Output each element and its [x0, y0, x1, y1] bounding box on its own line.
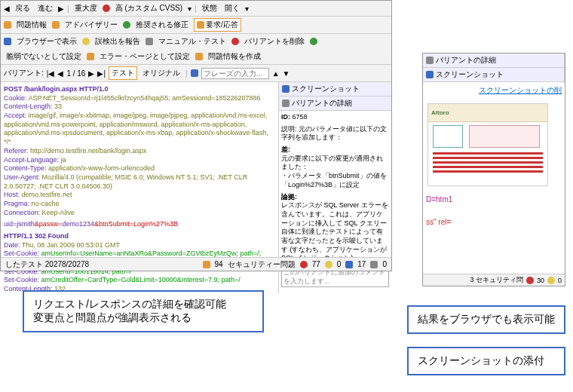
- first-icon[interactable]: |◀: [47, 69, 55, 78]
- last-icon[interactable]: ▶|: [97, 69, 106, 78]
- tab-issue-info[interactable]: 問題情報: [14, 19, 49, 31]
- camera-icon: [426, 71, 434, 78]
- side-tab-screenshot[interactable]: スクリーンショット: [423, 68, 565, 81]
- lock-icon: [4, 21, 11, 29]
- manual-test-button[interactable]: マニュアル・テスト: [156, 35, 228, 47]
- status-label: 状態: [200, 2, 219, 14]
- main-window: ◀ 戻る 進む ▶ | 重大度 高 (カスタム CVSS) ▾ | 状態 開く …: [0, 0, 392, 271]
- search-prev-icon[interactable]: ▲: [272, 69, 280, 78]
- nonvuln-icon: [310, 38, 317, 45]
- toolbar-actions: ブラウザーで表示 誤検出を報告 マニュアル・テスト バリアントを削除 脆弱でない…: [1, 34, 391, 65]
- check-icon: [123, 21, 130, 29]
- tab-variant-detail[interactable]: バリアントの詳細: [279, 96, 391, 111]
- lock-icon: [203, 261, 210, 268]
- thumb-box: [433, 125, 463, 148]
- next-button[interactable]: 進む: [35, 2, 55, 14]
- delete-icon: [231, 38, 239, 45]
- dropdown-icon[interactable]: ▾: [245, 5, 249, 13]
- severity-label: 重大度: [72, 2, 100, 14]
- set-nonvuln-button[interactable]: 脆弱でないとして設定: [4, 51, 84, 63]
- thumb-brand: Altoro: [431, 109, 449, 116]
- tab-advisory[interactable]: アドバイザリー: [63, 19, 120, 31]
- next-icon[interactable]: ▶: [88, 69, 94, 78]
- show-in-browser-button[interactable]: ブラウザーで表示: [14, 35, 79, 47]
- set-errorpage-button[interactable]: エラー・ページとして設定: [97, 51, 192, 63]
- doc-icon: [282, 100, 290, 107]
- side-snippet-1: D=htm1: [426, 194, 562, 205]
- browser-icon: [4, 38, 11, 45]
- thumb-error-box: [469, 125, 540, 148]
- side-text: D=htm1 ss" rel=: [423, 191, 565, 231]
- delete-screenshot-link[interactable]: スクリーンショットの削: [423, 82, 565, 99]
- severity-icon: [103, 5, 110, 12]
- create-icon: [195, 53, 203, 60]
- side-status-bar: 3 セキュリティ問 30 0: [423, 274, 565, 286]
- errorpage-icon: [87, 53, 94, 60]
- variant-label: バリアント:: [4, 68, 44, 78]
- side-tabs: バリアントの詳細: [423, 54, 565, 68]
- variant-counter: 1 / 16: [66, 69, 85, 78]
- toolbar-nav: バリアント: |◀ ◀ 1 / 16 ▶ ▶| テスト オリジナル | ▲ ▼: [1, 65, 391, 82]
- toolbar-tabs: 問題情報 アドバイザリー 推奨される修正 要求/応答: [1, 17, 391, 34]
- back-icon[interactable]: ◀: [4, 5, 10, 13]
- original-toggle[interactable]: オリジナル: [140, 67, 182, 79]
- back-button[interactable]: 戻る: [13, 2, 32, 14]
- prev-icon[interactable]: ◀: [57, 69, 63, 78]
- camera-icon: [282, 85, 290, 93]
- side-snippet-2: ss" rel=: [426, 216, 562, 228]
- tests-count: したテスト 20278/20278: [5, 259, 89, 270]
- callout-request-detail: リクエスト/レスポンスの詳細を確認可能 変更点と問題点が強調表示される: [23, 290, 264, 332]
- next-icon[interactable]: ▶: [58, 5, 64, 13]
- search-input[interactable]: [201, 68, 269, 79]
- yellow-icon: [325, 261, 332, 268]
- report-fp-button[interactable]: 誤検出を報告: [93, 35, 142, 47]
- toolbar-top: ◀ 戻る 進む ▶ | 重大度 高 (カスタム CVSS) ▾ | 状態 開く …: [1, 1, 391, 17]
- doc-icon: [426, 57, 434, 64]
- request-line: POST /bank/login.aspx HTTP/1.0: [4, 85, 275, 94]
- tab-request-response[interactable]: 要求/応答: [194, 18, 241, 32]
- info-icon: [52, 21, 60, 29]
- search-next-icon[interactable]: ▼: [283, 69, 290, 78]
- report-icon: [82, 38, 90, 45]
- screenshot-thumbnail[interactable]: Altoro: [427, 103, 548, 186]
- severity-value[interactable]: 高 (カスタム CVSS): [113, 2, 185, 14]
- status-bar: したテスト 20278/20278 94 セキュリティー問題 77 0 17 0: [1, 257, 391, 271]
- yellow-icon: [547, 277, 555, 284]
- red-icon: [526, 277, 534, 284]
- side-tab-variant[interactable]: バリアントの詳細: [423, 54, 565, 67]
- tab-screenshot[interactable]: スクリーンショット: [279, 82, 391, 96]
- gray-icon: [370, 261, 378, 268]
- create-issue-button[interactable]: 問題情報を作成: [206, 51, 263, 63]
- callout-browser-result: 結果をブラウザでも表示可能: [407, 305, 565, 334]
- status-value[interactable]: 開く: [222, 2, 242, 14]
- thumb-lines: [433, 152, 543, 175]
- test-toggle[interactable]: テスト: [109, 66, 137, 80]
- manual-icon: [146, 38, 153, 45]
- side-window: バリアントの詳細 スクリーンショット スクリーンショットの削 Altoro D=…: [422, 53, 565, 286]
- tab-fix[interactable]: 推奨される修正: [133, 19, 191, 31]
- callout-screenshot-attach: スクリーンショットの添付: [407, 347, 565, 375]
- dropdown-icon[interactable]: ▾: [188, 5, 192, 13]
- delete-variant-button[interactable]: バリアントを削除: [242, 35, 307, 47]
- search-icon: [191, 69, 198, 77]
- blue-icon: [345, 261, 353, 268]
- screenshot-thumbnail-area: Altoro: [423, 99, 565, 191]
- reqres-icon: [197, 21, 204, 29]
- red-icon: [300, 261, 308, 268]
